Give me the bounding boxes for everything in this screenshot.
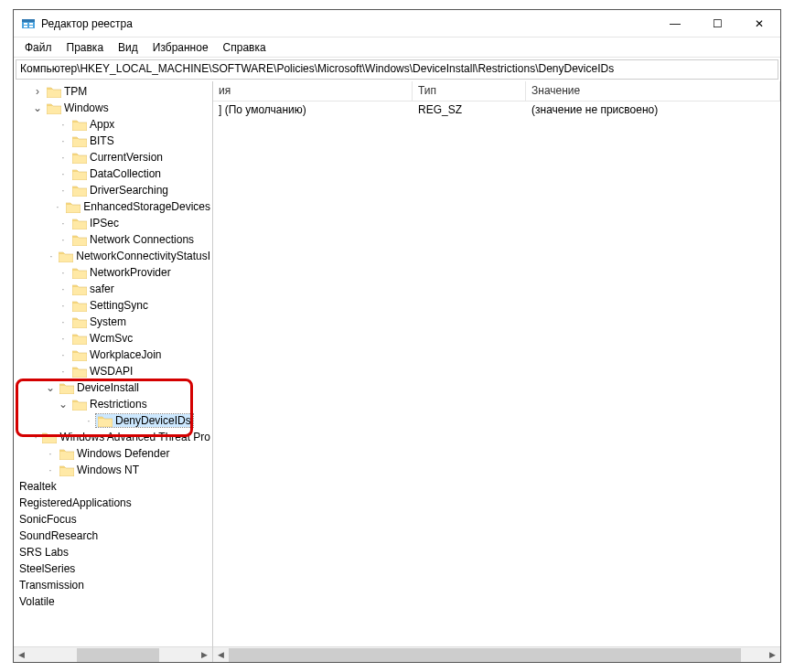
tree-item[interactable]: ·EnhancedStorageDevices [14, 198, 212, 215]
tree-item-label: NetworkProvider [90, 266, 171, 279]
tree-view[interactable]: ›TPM⌄Windows·Appx·BITS·CurrentVersion·Da… [14, 81, 212, 646]
tree-item[interactable]: ·NetworkProvider [14, 264, 212, 281]
tree-scrollbar[interactable]: ◀ ▶ [14, 646, 212, 662]
tree-connector: · [33, 432, 39, 443]
tree-item-label: WorkplaceJoin [90, 348, 161, 361]
folder-icon [98, 415, 113, 427]
tree-item[interactable]: SteelSeries [14, 560, 212, 577]
list-header: ия Тип Значение [213, 81, 780, 101]
tree-item[interactable]: ·DataCollection [14, 165, 212, 182]
tree-item-label: IPSec [90, 217, 119, 229]
tree-item[interactable]: ·SettingSync [14, 297, 212, 314]
expander-icon[interactable]: ⌄ [32, 102, 43, 113]
expander-icon[interactable]: ⌄ [58, 399, 69, 410]
tree-item[interactable]: SonicFocus [14, 511, 212, 528]
tree-item[interactable]: SRS Labs [14, 544, 212, 560]
tree-connector: · [45, 464, 56, 475]
column-name[interactable]: ия [213, 81, 413, 101]
tree-connector: · [58, 349, 69, 360]
tree-item-label: CurrentVersion [90, 151, 163, 164]
column-type[interactable]: Тип [413, 81, 526, 101]
tree-item-label: EnhancedStorageDevices [83, 200, 210, 213]
tree-item-label: WSDAPI [90, 365, 133, 378]
menu-favorites[interactable]: Избранное [145, 39, 216, 56]
tree-connector: · [58, 119, 69, 130]
tree-connector: · [45, 448, 56, 459]
tree-item[interactable]: ⌄Windows [14, 100, 212, 116]
menu-help[interactable]: Справка [216, 39, 274, 56]
tree-item[interactable]: Volatile [14, 593, 212, 610]
close-button[interactable]: ✕ [738, 10, 780, 37]
tree-item[interactable]: Realtek [14, 478, 212, 495]
tree-connector: · [58, 218, 69, 229]
tree-item[interactable]: ›TPM [14, 83, 212, 100]
tree-item[interactable]: ·BITS [14, 133, 212, 149]
tree-item[interactable]: ·DriverSearching [14, 182, 212, 198]
tree-item[interactable]: ·CurrentVersion [14, 149, 212, 165]
folder-icon [42, 432, 57, 443]
tree-item[interactable]: ·DenyDeviceIDs [14, 412, 212, 429]
tree-item[interactable]: ·WSDAPI [14, 363, 212, 379]
tree-item[interactable]: ·NetworkConnectivityStatusI [14, 248, 212, 264]
scroll-left-icon[interactable]: ◀ [14, 647, 29, 663]
scroll-left-icon[interactable]: ◀ [213, 647, 229, 663]
folder-icon [72, 234, 87, 246]
tree-item[interactable]: ⌄Restrictions [14, 396, 212, 412]
menu-view[interactable]: Вид [111, 39, 145, 56]
tree-connector: · [58, 168, 69, 179]
menu-file[interactable]: Файл [17, 39, 59, 56]
tree-item[interactable]: Transmission [14, 577, 212, 593]
tree-item-label: Windows Advanced Threat Pro [59, 431, 210, 443]
tree-item-label: Volatile [19, 595, 55, 608]
address-bar[interactable]: Компьютер\HKEY_LOCAL_MACHINE\SOFTWARE\Po… [16, 59, 778, 80]
tree-pane: ›TPM⌄Windows·Appx·BITS·CurrentVersion·Da… [14, 81, 213, 662]
tree-item-label: Transmission [19, 579, 84, 592]
list-row[interactable]: ] (По умолчанию)REG_SZ(значение не присв… [213, 101, 780, 118]
menu-edit[interactable]: Правка [59, 39, 112, 56]
folder-icon [47, 102, 61, 114]
tree-item[interactable]: ·WcmSvc [14, 330, 212, 347]
list-body[interactable]: ] (По умолчанию)REG_SZ(значение не присв… [213, 101, 780, 646]
folder-icon [72, 119, 87, 131]
tree-item[interactable]: ·System [14, 314, 212, 330]
scroll-right-icon[interactable]: ▶ [197, 647, 212, 663]
tree-item[interactable]: RegisteredApplications [14, 495, 212, 511]
scroll-thumb[interactable] [229, 648, 741, 662]
tree-item[interactable]: ·Appx [14, 116, 212, 133]
tree-item[interactable]: ·IPSec [14, 215, 212, 231]
tree-item-label: SoundResearch [19, 529, 98, 542]
tree-item[interactable]: ·safer [14, 281, 212, 297]
minimize-button[interactable]: — [654, 10, 696, 37]
tree-item[interactable]: ⌄DeviceInstall [14, 379, 212, 396]
svg-rect-1 [22, 19, 35, 22]
tree-item[interactable]: ·Windows Defender [14, 445, 212, 462]
scroll-track[interactable] [29, 647, 197, 663]
tree-item[interactable]: SoundResearch [14, 528, 212, 544]
tree-item-label: SteelSeries [19, 562, 75, 575]
tree-connector: · [58, 300, 69, 311]
folder-icon [59, 382, 74, 394]
tree-item-label: SRS Labs [19, 546, 69, 559]
folder-icon [59, 251, 73, 262]
scroll-right-icon[interactable]: ▶ [765, 647, 780, 663]
list-scrollbar[interactable]: ◀ ▶ [213, 646, 780, 662]
folder-icon [72, 300, 87, 312]
tree-item[interactable]: ·Network Connections [14, 231, 212, 248]
expander-icon[interactable]: ⌄ [45, 382, 56, 393]
scroll-track[interactable] [229, 647, 765, 663]
tree-item-label: safer [90, 283, 114, 295]
svg-rect-5 [29, 26, 33, 27]
tree-item[interactable]: ·Windows Advanced Threat Pro [14, 429, 212, 445]
column-value[interactable]: Значение [526, 81, 780, 101]
folder-icon [72, 333, 87, 345]
tree-item[interactable]: ·Windows NT [14, 462, 212, 478]
content-area: ›TPM⌄Windows·Appx·BITS·CurrentVersion·Da… [14, 81, 780, 662]
maximize-button[interactable]: ☐ [696, 10, 738, 37]
tree-item[interactable]: ·WorkplaceJoin [14, 347, 212, 363]
tree-connector: · [47, 251, 55, 261]
expander-icon[interactable]: › [32, 86, 43, 97]
folder-icon [59, 464, 74, 476]
folder-icon [66, 201, 80, 213]
tree-connector: · [83, 415, 94, 426]
scroll-thumb[interactable] [77, 648, 159, 662]
